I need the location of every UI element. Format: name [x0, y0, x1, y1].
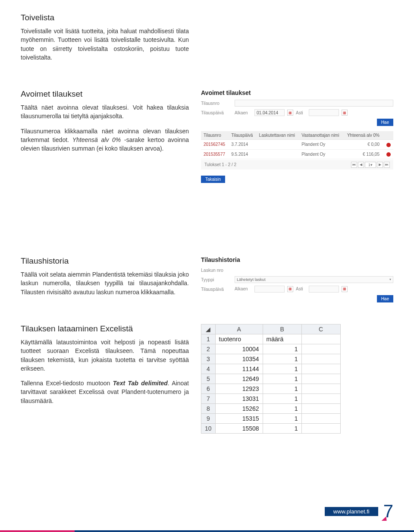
label-tilauspaiva: Tilauspäivä — [201, 110, 232, 115]
calendar-icon[interactable]: ▦ — [342, 286, 348, 292]
takaisin-button[interactable]: Takaisin — [201, 176, 225, 183]
section-avoimet: Avoimet tilaukset Täältä näet avoinna ol… — [21, 89, 393, 183]
para-historia: Täällä voit selata aiemmin Plandentistä … — [21, 270, 189, 296]
table-row: 8152621 — [201, 403, 341, 413]
panel-avoimet: Avoimet tilaukset Tilausnro Tilauspäivä … — [201, 89, 393, 183]
excel-cell — [301, 384, 340, 393]
excel-cell: 13031 — [215, 393, 263, 403]
excel-cell: 1 — [263, 423, 301, 433]
calendar-icon[interactable]: ▦ — [287, 286, 293, 292]
pager-current: 1 — [368, 163, 370, 167]
cell-lask — [257, 140, 299, 149]
excel-rownum: 5 — [201, 374, 216, 384]
label-tyyppi: Tyyppi — [201, 277, 232, 282]
para-excel-2a: Tallenna Excel-tiedosto muotoon — [21, 380, 113, 387]
para-avoimet-2b: Yhteensä alv 0% — [72, 136, 121, 143]
pager-prev-button[interactable]: ◀ — [358, 162, 364, 168]
excel-rownum: 7 — [201, 393, 216, 403]
label-alkaen: Alkaen — [235, 110, 252, 115]
table-row: 201562745 3.7.2014 Plandent Oy € 0,00 — [201, 140, 393, 149]
excel-cell: 1 — [263, 413, 301, 423]
hae-button[interactable]: Hae — [377, 119, 393, 126]
excel-table: ◢ A B C 1 tuotenro määrä 2100041 3103541… — [201, 324, 341, 434]
col-tilausnro: Tilausnro — [201, 131, 229, 140]
calendar-icon[interactable]: ▦ — [287, 110, 293, 116]
section-excel: Tilauksen lataaminen Excelistä Käyttämäl… — [21, 324, 393, 434]
excel-cell: 1 — [263, 403, 301, 413]
heading-toivelista: Toivelista — [21, 13, 393, 22]
excel-header-tuotenro: tuotenro — [215, 334, 263, 344]
table-row: 2100041 — [201, 344, 341, 354]
results-label: Tulokset 1 - 2 / 2 — [204, 162, 236, 167]
excel-cell: 15315 — [215, 413, 263, 423]
excel-cell — [301, 354, 340, 364]
heading-avoimet: Avoimet tilaukset — [21, 89, 189, 99]
section-toivelista: Toivelista Toivelistalle voit lisätä tuo… — [21, 13, 393, 68]
panel-historia: Tilaushistoria Laskun nro Tyyppi Lähetet… — [201, 256, 393, 302]
input-asti[interactable] — [309, 109, 339, 116]
excel-rownum: 8 — [201, 403, 216, 413]
label-asti: Asti — [296, 110, 306, 115]
col-yhteensa: Yhteensä alv 0% — [343, 131, 382, 140]
input-tilausnro[interactable] — [235, 100, 393, 107]
cell-tilausnro[interactable]: 201562745 — [201, 140, 229, 149]
table-row: 4111441 — [201, 364, 341, 374]
excel-col-C: C — [301, 324, 340, 334]
excel-corner: ◢ — [201, 324, 216, 334]
excel-cell — [301, 393, 340, 403]
excel-cell: 1 — [263, 354, 301, 364]
excel-cell: 12649 — [215, 374, 263, 384]
table-row: 7130311 — [201, 393, 341, 403]
section-historia: Tilaushistoria Täällä voit selata aiemmi… — [21, 256, 393, 302]
label-hist-tilauspaiva: Tilauspäivä — [201, 286, 232, 292]
para-avoimet-1: Täältä näet avoinna olevat tilauksesi. V… — [21, 103, 189, 121]
pager-first-button[interactable]: ⏮ — [351, 162, 357, 168]
para-excel-2: Tallenna Excel-tiedosto muotoon Text Tab… — [21, 379, 189, 405]
excel-cell — [301, 374, 340, 384]
table-row: 1 tuotenro määrä — [201, 334, 341, 344]
status-dot-icon — [386, 143, 391, 147]
input-hist-alkaen[interactable] — [254, 286, 285, 293]
table-row: 10155081 — [201, 423, 341, 433]
excel-cell — [301, 364, 340, 374]
label-hist-alkaen: Alkaen — [235, 286, 252, 291]
excel-cell: 1 — [263, 374, 301, 384]
pager-next-button[interactable]: ▶ — [377, 162, 383, 168]
table-row: 5126491 — [201, 374, 341, 384]
results-bar: Tulokset 1 - 2 / 2 ⏮ ◀ 1 ▾ ▶ ⏭ — [201, 160, 393, 170]
cell-tilausnro[interactable]: 201535577 — [201, 149, 229, 159]
chevron-down-icon: ▾ — [389, 277, 391, 281]
label-hist-asti: Asti — [296, 286, 306, 291]
excel-rownum: 1 — [201, 334, 216, 344]
excel-cell: 1 — [263, 364, 301, 374]
excel-cell — [301, 413, 340, 423]
calendar-icon[interactable]: ▦ — [342, 110, 348, 116]
panel-excel: ◢ A B C 1 tuotenro määrä 2100041 3103541… — [201, 324, 393, 434]
excel-cell — [301, 334, 340, 344]
footer: www.plannet.fi 7 — [0, 508, 414, 532]
para-excel-1: Käyttämällä lataustoimintoa voit helpost… — [21, 338, 189, 373]
cell-lask — [257, 149, 299, 159]
input-hist-asti[interactable] — [309, 286, 339, 293]
input-alkaen[interactable]: 01.04.2014 — [254, 109, 285, 116]
excel-cell: 10004 — [215, 344, 263, 354]
cell-sum: € 116,05 — [343, 149, 382, 159]
excel-cell: 1 — [263, 384, 301, 393]
table-row: 6129231 — [201, 384, 341, 393]
hae-button[interactable]: Hae — [377, 295, 393, 302]
excel-cell: 11144 — [215, 364, 263, 374]
excel-col-A: A — [215, 324, 263, 334]
cell-vast: Plandent Oy — [299, 140, 343, 149]
pager-last-button[interactable]: ⏭ — [384, 162, 390, 168]
excel-col-B: B — [263, 324, 301, 334]
excel-rownum: 4 — [201, 364, 216, 374]
status-dot-icon — [386, 152, 391, 157]
pager-page-select[interactable]: 1 ▾ — [365, 162, 376, 168]
heading-historia: Tilaushistoria — [21, 256, 189, 266]
panel-avoimet-title: Avoimet tilaukset — [201, 89, 393, 96]
excel-cell: 1 — [263, 344, 301, 354]
para-avoimet-2: Tilausnumeroa klikkaamalla näet avoinna … — [21, 127, 189, 153]
select-tyyppi[interactable]: Lähetetyt laskut ▾ — [235, 276, 393, 283]
table-row: 201535577 9.5.2014 Plandent Oy € 116,05 — [201, 149, 393, 159]
excel-cell — [301, 344, 340, 354]
